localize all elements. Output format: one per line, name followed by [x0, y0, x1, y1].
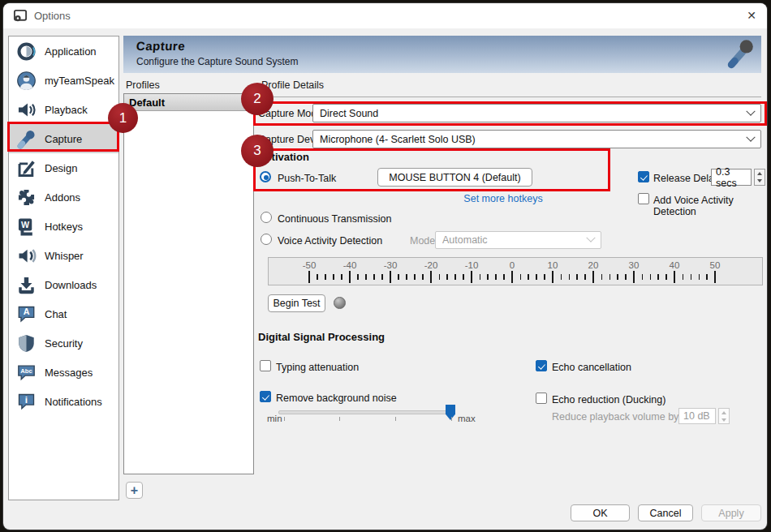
options-window: Options ✕ ApplicationmyTeamSpeakPlayback… [3, 3, 767, 530]
playback-icon [15, 99, 37, 121]
tick-mark [471, 271, 472, 283]
hotkey-assign-button[interactable]: MOUSE BUTTON 4 (Default) [377, 168, 532, 187]
meter-tick-label: 0 [492, 260, 532, 270]
typing-attenuation-checkbox[interactable] [260, 360, 271, 371]
close-icon[interactable]: ✕ [740, 7, 763, 24]
tick-mark [325, 274, 326, 280]
tick-mark [463, 274, 464, 280]
sidebar-item-playback[interactable]: Playback [9, 95, 118, 124]
echo-cancellation-label: Echo cancellation [552, 362, 631, 373]
tick-mark [674, 271, 675, 283]
sidebar-item-messages[interactable]: AbcMessages [9, 358, 118, 387]
sidebar-item-label: Capture [45, 133, 82, 145]
remove-background-noise-checkbox[interactable] [260, 391, 271, 402]
sidebar-item-label: Security [45, 337, 83, 350]
tick-mark [349, 271, 351, 283]
sidebar-item-chat[interactable]: AChat [9, 299, 118, 328]
sidebar-item-label: Design [45, 162, 77, 174]
add-vad-label: Add Voice Activity Detection [653, 195, 767, 217]
echo-reduction-checkbox[interactable] [536, 393, 547, 404]
chevron-down-icon [746, 106, 755, 115]
slider-max-label: max [458, 414, 476, 423]
sidebar-item-label: Downloads [45, 279, 97, 291]
sidebar-item-label: Chat [45, 308, 67, 320]
page-title: Capture [136, 39, 185, 53]
stepper-up-icon[interactable] [719, 409, 729, 416]
chat-icon: A [15, 303, 37, 325]
microphone-icon [724, 37, 758, 71]
continuous-transmission-radio[interactable] [261, 212, 272, 223]
voice-activity-detection-label: Voice Activity Detection [278, 235, 382, 247]
myteamspeak-icon [15, 70, 37, 92]
meter-tick-label: 50 [695, 260, 735, 270]
svg-text:A: A [24, 307, 30, 316]
slider-scale-tick [339, 417, 340, 421]
capture-device-value: Microphone (4- Scarlett Solo USB) [320, 134, 747, 145]
sidebar-item-myteamspeak[interactable]: myTeamSpeak [9, 66, 118, 95]
vad-mode-select[interactable]: Automatic [435, 231, 601, 249]
meter-tick-label: -50 [289, 260, 330, 270]
sidebar-item-downloads[interactable]: Downloads [9, 270, 118, 299]
sidebar-item-security[interactable]: Security [9, 328, 118, 358]
stepper-down-icon[interactable] [719, 416, 729, 423]
tick-mark [373, 274, 375, 280]
capture-mode-value: Direct Sound [320, 108, 747, 119]
meter-tick-label: -30 [370, 260, 411, 270]
release-delay-value[interactable]: 0.3 secs [711, 169, 752, 186]
tick-mark [714, 271, 716, 283]
capture-device-select[interactable]: Microphone (4- Scarlett Solo USB) [312, 130, 761, 148]
sidebar-item-hotkeys[interactable]: WHotkeys [9, 212, 118, 241]
page-subtitle: Configure the Capture Sound System [136, 56, 298, 67]
sidebar-item-capture[interactable]: Capture [9, 124, 118, 153]
release-delay-checkbox[interactable] [638, 171, 649, 182]
page-banner: Capture Configure the Capture Sound Syst… [123, 36, 761, 73]
details-separator [261, 97, 761, 97]
ok-button[interactable]: OK [571, 504, 630, 521]
tick-mark [357, 274, 359, 280]
tick-mark [487, 274, 489, 280]
noise-slider-track[interactable] [278, 410, 450, 414]
tick-mark [446, 274, 448, 280]
capture-mode-select[interactable]: Direct Sound [312, 104, 761, 122]
echo-cancellation-checkbox[interactable] [536, 360, 547, 371]
stepper-down-icon[interactable] [755, 178, 765, 186]
meter-tick-label: 40 [654, 260, 695, 270]
reduce-volume-value[interactable]: 10 dB [678, 408, 716, 424]
sidebar-item-application[interactable]: Application [9, 36, 118, 66]
sidebar-item-design[interactable]: Design [9, 153, 118, 182]
profile-item-default[interactable]: Default [124, 94, 253, 111]
whisper-icon [15, 245, 37, 267]
begin-test-button[interactable]: Begin Test [268, 294, 325, 312]
notifications-icon: i [15, 391, 37, 413]
hotkeys-icon: W [15, 216, 37, 238]
meter-tick-label: -20 [411, 260, 451, 270]
echo-reduction-label: Echo reduction (Ducking) [552, 394, 665, 405]
annotation-badge-1: 1 [108, 103, 138, 133]
stepper-up-icon[interactable] [755, 169, 765, 178]
apply-button[interactable]: Apply [701, 504, 761, 521]
tick-mark [333, 274, 334, 280]
tick-mark [308, 271, 310, 283]
sidebar-item-notifications[interactable]: iNotifications [9, 387, 118, 416]
set-more-hotkeys-link[interactable]: Set more hotkeys [438, 193, 568, 204]
cancel-button[interactable]: Cancel [638, 504, 693, 521]
sidebar-item-label: Notifications [45, 396, 102, 408]
release-delay-stepper[interactable] [754, 169, 765, 186]
chevron-down-icon [746, 132, 755, 141]
push-to-talk-label: Push-To-Talk [278, 173, 336, 184]
add-profile-button[interactable]: + [126, 482, 143, 499]
tick-mark [691, 274, 692, 280]
sidebar-item-whisper[interactable]: Whisper [9, 241, 118, 270]
remove-background-noise-label: Remove background noise [276, 393, 397, 404]
sidebar-item-addons[interactable]: Addons [9, 182, 118, 212]
tick-mark [528, 274, 529, 280]
reduce-volume-stepper[interactable] [718, 408, 730, 424]
settings-sidebar: ApplicationmyTeamSpeakPlaybackCaptureDes… [8, 36, 119, 500]
push-to-talk-radio[interactable] [260, 171, 271, 182]
voice-activity-detection-radio[interactable] [261, 234, 272, 245]
noise-slider-handle[interactable] [446, 405, 455, 420]
downloads-icon [15, 274, 37, 296]
add-vad-checkbox[interactable] [638, 193, 649, 204]
meter-tick-label: 30 [614, 260, 654, 270]
tick-mark [511, 271, 513, 283]
